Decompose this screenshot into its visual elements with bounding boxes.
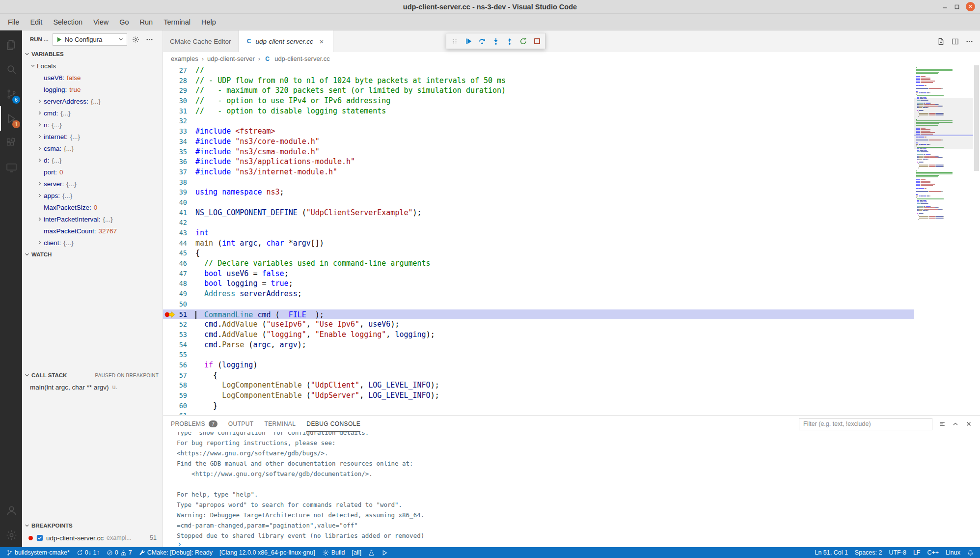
code-text[interactable]: {: [195, 248, 914, 258]
code-text[interactable]: [195, 299, 914, 309]
breadcrumb-item[interactable]: udp-client-server: [207, 55, 255, 62]
code-line[interactable]: 33#include <fstream>: [163, 126, 914, 137]
status-item-bell[interactable]: [964, 547, 977, 558]
status-item[interactable]: C++: [924, 547, 942, 558]
code-line[interactable]: 58 LogComponentEnable ("UdpClient", LOG_…: [163, 380, 914, 391]
code-line[interactable]: 60 }: [163, 401, 914, 411]
code-text[interactable]: // - maximum of 320 packets sent (or lim…: [195, 85, 914, 96]
code-area[interactable]: 27//28// - UDP flow from n0 to n1 of 102…: [163, 65, 914, 415]
code-line[interactable]: 40: [163, 197, 914, 208]
gutter[interactable]: 38: [163, 177, 195, 188]
menu-view[interactable]: View: [88, 16, 113, 28]
variable-item[interactable]: logging:true: [22, 84, 163, 95]
panel-tab-debug-console[interactable]: DEBUG CONSOLE: [306, 416, 360, 432]
code-text[interactable]: int: [195, 228, 914, 238]
extensions-tab[interactable]: [0, 131, 22, 155]
toolbar-drag-handle-icon[interactable]: [448, 34, 461, 48]
settings-button[interactable]: [0, 523, 22, 547]
open-changes-icon[interactable]: [937, 38, 945, 45]
code-line[interactable]: 36#include "ns3/applications-module.h": [163, 157, 914, 167]
status-item-gear[interactable]: Build: [319, 547, 349, 558]
gutter[interactable]: 32: [163, 116, 195, 126]
variable-item[interactable]: internet:{...}: [22, 131, 163, 142]
code-line[interactable]: 48 bool logging = true;: [163, 279, 914, 289]
step-over-icon[interactable]: [475, 34, 489, 48]
breadcrumb-item[interactable]: examples: [171, 55, 198, 62]
code-text[interactable]: // - UDP flow from n0 to n1 of 1024 byte…: [195, 76, 914, 86]
console-filter-input[interactable]: [799, 418, 932, 430]
code-text[interactable]: //: [195, 65, 914, 76]
step-out-icon[interactable]: [503, 34, 516, 48]
gutter[interactable]: 33: [163, 126, 195, 137]
gutter[interactable]: 55: [163, 350, 195, 360]
panel-tab-output[interactable]: OUTPUT: [228, 416, 254, 432]
code-line[interactable]: 43int: [163, 228, 914, 238]
gutter[interactable]: 50: [163, 299, 195, 309]
chevron-right-icon[interactable]: [36, 181, 44, 187]
code-line[interactable]: 42: [163, 218, 914, 228]
code-line[interactable]: 28// - UDP flow from n0 to n1 of 1024 by…: [163, 76, 914, 86]
menu-run[interactable]: Run: [135, 16, 158, 28]
status-item[interactable]: Spaces: 2: [851, 547, 886, 558]
status-item-play[interactable]: [378, 547, 391, 558]
gutter[interactable]: 52: [163, 319, 195, 330]
continue-icon[interactable]: [462, 34, 475, 48]
gutter[interactable]: 61: [163, 411, 195, 415]
chevron-right-icon[interactable]: [36, 157, 44, 163]
minimap[interactable]: [914, 65, 973, 415]
code-line[interactable]: 52 cmd.AddValue ("useIpv6", "Use Ipv6", …: [163, 319, 914, 330]
status-item[interactable]: [Clang 12.0.0 x86_64-pc-linux-gnu]: [216, 547, 319, 558]
variable-item[interactable]: interPacketInterval:{...}: [22, 213, 163, 225]
code-text[interactable]: [195, 116, 914, 126]
gutter[interactable]: 48: [163, 279, 195, 289]
gutter[interactable]: 60: [163, 401, 195, 411]
chevron-right-icon[interactable]: [36, 216, 44, 222]
code-editor[interactable]: 27//28// - UDP flow from n0 to n1 of 102…: [163, 65, 980, 415]
step-into-icon[interactable]: [489, 34, 502, 48]
status-item[interactable]: UTF-8: [885, 547, 909, 558]
code-line[interactable]: 39using namespace ns3;: [163, 187, 914, 197]
maximize-icon[interactable]: [954, 4, 960, 10]
code-line[interactable]: 56 if (logging): [163, 360, 914, 370]
code-text[interactable]: using namespace ns3;: [195, 187, 914, 197]
editor-more-actions-icon[interactable]: [966, 38, 973, 45]
status-item-sync[interactable]: 0↓ 1↑: [73, 547, 103, 558]
split-editor-icon[interactable]: [952, 38, 959, 45]
gutter[interactable]: 34: [163, 137, 195, 147]
close-icon[interactable]: ✕: [966, 2, 975, 11]
debug-stopped-breakpoint-icon[interactable]: [164, 311, 175, 318]
code-text[interactable]: bool logging = true;: [195, 279, 914, 289]
status-item-git-branch[interactable]: buildsystem-cmake*: [3, 547, 73, 558]
code-text[interactable]: #include "ns3/csma-module.h": [195, 147, 914, 157]
gutter[interactable]: 39: [163, 187, 195, 197]
code-text[interactable]: [195, 197, 914, 208]
status-item[interactable]: LF: [910, 547, 924, 558]
remote-explorer-tab[interactable]: [0, 155, 22, 180]
search-tab[interactable]: [0, 57, 22, 82]
code-text[interactable]: #include "ns3/core-module.h": [195, 137, 914, 147]
code-line[interactable]: 54 cmd.Parse (argc, argv);: [163, 340, 914, 350]
code-text[interactable]: LogComponentEnable ("UdpServer", LOG_LEV…: [195, 391, 914, 401]
maximize-panel-icon[interactable]: [952, 420, 959, 427]
source-control-tab[interactable]: 6: [0, 82, 22, 106]
minimap-slider[interactable]: [914, 98, 973, 149]
watch-header[interactable]: WATCH: [22, 249, 163, 260]
code-line[interactable]: 51 CommandLine cmd (__FILE__);: [163, 309, 914, 320]
tab-udp-client-server-cc[interactable]: Cudp-client-server.cc×: [239, 30, 333, 52]
variable-item[interactable]: useV6:false: [22, 72, 163, 84]
code-text[interactable]: bool useV6 = false;: [195, 269, 914, 279]
breakpoint-checkbox[interactable]: [36, 534, 43, 541]
gutter[interactable]: 36: [163, 157, 195, 167]
breadcrumb-item[interactable]: udp-client-server.cc: [274, 55, 330, 62]
restart-icon[interactable]: [517, 34, 530, 48]
gutter[interactable]: 49: [163, 289, 195, 299]
code-text[interactable]: [195, 411, 914, 415]
gutter[interactable]: 47: [163, 269, 195, 279]
code-line[interactable]: 44main (int argc, char *argv[]): [163, 238, 914, 249]
chevron-right-icon[interactable]: [36, 193, 44, 198]
account-button[interactable]: [0, 498, 22, 523]
variable-item[interactable]: serverAddress:{...}: [22, 95, 163, 107]
gutter[interactable]: 28: [163, 76, 195, 86]
gutter[interactable]: 56: [163, 360, 195, 370]
variable-item[interactable]: client:{...}: [22, 237, 163, 249]
